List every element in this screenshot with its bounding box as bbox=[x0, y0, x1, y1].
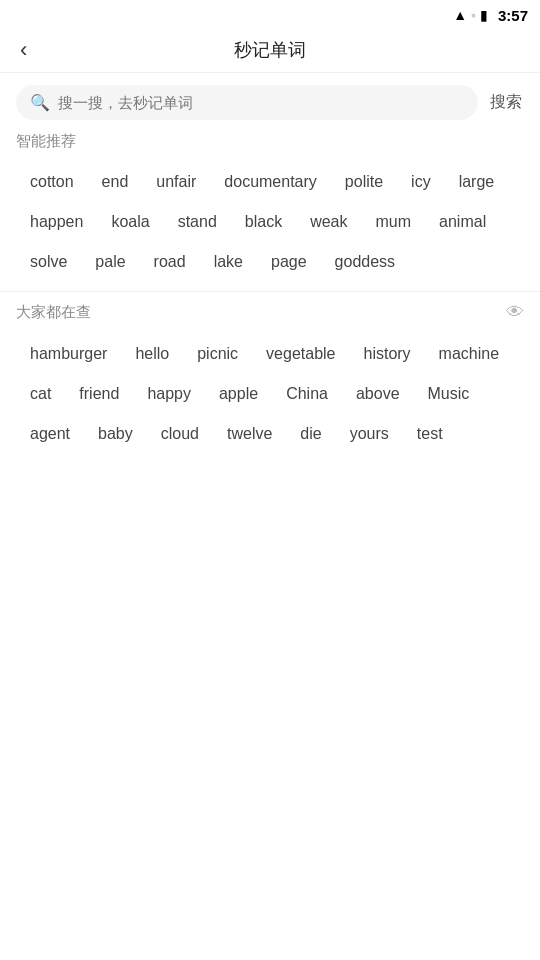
page-title: 秒记单词 bbox=[234, 38, 306, 62]
section-divider bbox=[0, 291, 540, 292]
word-tag[interactable]: polite bbox=[331, 163, 397, 201]
search-icon: 🔍 bbox=[30, 93, 50, 112]
word-tag[interactable]: hamburger bbox=[16, 335, 121, 373]
word-tag[interactable]: unfair bbox=[142, 163, 210, 201]
word-tag[interactable]: page bbox=[257, 243, 321, 281]
word-tag[interactable]: friend bbox=[65, 375, 133, 413]
word-tag[interactable]: yours bbox=[336, 415, 403, 453]
search-bar: 🔍 搜索 bbox=[16, 85, 524, 120]
status-bar: ▲ ▪ ▮ 3:57 bbox=[0, 0, 540, 28]
word-tag[interactable]: end bbox=[88, 163, 143, 201]
word-tag[interactable]: test bbox=[403, 415, 457, 453]
word-tag[interactable]: apple bbox=[205, 375, 272, 413]
word-tag[interactable]: goddess bbox=[321, 243, 410, 281]
word-tag[interactable]: mum bbox=[362, 203, 426, 241]
word-tag[interactable]: icy bbox=[397, 163, 445, 201]
trending-title: 大家都在查 bbox=[16, 303, 91, 322]
smart-recommend-header: 智能推荐 bbox=[16, 132, 524, 151]
word-tag[interactable]: cloud bbox=[147, 415, 213, 453]
word-tag[interactable]: machine bbox=[425, 335, 513, 373]
trending-header: 大家都在查 👁 bbox=[16, 302, 524, 323]
word-tag[interactable]: twelve bbox=[213, 415, 286, 453]
wifi-icon: ▲ bbox=[453, 7, 467, 23]
word-tag[interactable]: pale bbox=[81, 243, 139, 281]
word-tag[interactable]: road bbox=[140, 243, 200, 281]
word-tag[interactable]: happen bbox=[16, 203, 97, 241]
status-icons: ▲ ▪ ▮ 3:57 bbox=[453, 7, 528, 24]
word-tag[interactable]: black bbox=[231, 203, 296, 241]
status-time: 3:57 bbox=[498, 7, 528, 24]
word-tag[interactable]: above bbox=[342, 375, 414, 413]
word-tag[interactable]: Music bbox=[414, 375, 484, 413]
word-tag[interactable]: lake bbox=[200, 243, 257, 281]
word-tag[interactable]: koala bbox=[97, 203, 163, 241]
word-tag[interactable]: weak bbox=[296, 203, 361, 241]
search-input-wrap[interactable]: 🔍 bbox=[16, 85, 478, 120]
word-tag[interactable]: solve bbox=[16, 243, 81, 281]
word-tag[interactable]: hello bbox=[121, 335, 183, 373]
word-tag[interactable]: agent bbox=[16, 415, 84, 453]
word-tag[interactable]: documentary bbox=[210, 163, 331, 201]
trending-section: 大家都在查 👁 hamburgerhellopicnicvegetablehis… bbox=[0, 302, 540, 453]
signal-icon: ▪ bbox=[471, 7, 476, 23]
word-tag[interactable]: large bbox=[445, 163, 509, 201]
word-tag[interactable]: die bbox=[286, 415, 335, 453]
word-tag[interactable]: China bbox=[272, 375, 342, 413]
word-tag[interactable]: vegetable bbox=[252, 335, 349, 373]
word-tag[interactable]: animal bbox=[425, 203, 500, 241]
word-tag[interactable]: baby bbox=[84, 415, 147, 453]
word-tag[interactable]: picnic bbox=[183, 335, 252, 373]
battery-icon: ▮ bbox=[480, 7, 488, 23]
eye-icon[interactable]: 👁 bbox=[506, 302, 524, 323]
smart-recommend-title: 智能推荐 bbox=[16, 132, 76, 151]
trending-word-list: hamburgerhellopicnicvegetablehistorymach… bbox=[16, 335, 524, 453]
word-tag[interactable]: cotton bbox=[16, 163, 88, 201]
word-tag[interactable]: happy bbox=[133, 375, 205, 413]
smart-recommend-word-list: cottonendunfairdocumentarypoliteicylarge… bbox=[16, 163, 524, 281]
word-tag[interactable]: cat bbox=[16, 375, 65, 413]
smart-recommend-section: 智能推荐 cottonendunfairdocumentarypoliteicy… bbox=[0, 132, 540, 281]
search-input[interactable] bbox=[58, 94, 464, 111]
search-button[interactable]: 搜索 bbox=[488, 88, 524, 117]
word-tag[interactable]: stand bbox=[164, 203, 231, 241]
back-button[interactable]: ‹ bbox=[16, 33, 31, 67]
header: ‹ 秒记单词 bbox=[0, 28, 540, 73]
word-tag[interactable]: history bbox=[349, 335, 424, 373]
